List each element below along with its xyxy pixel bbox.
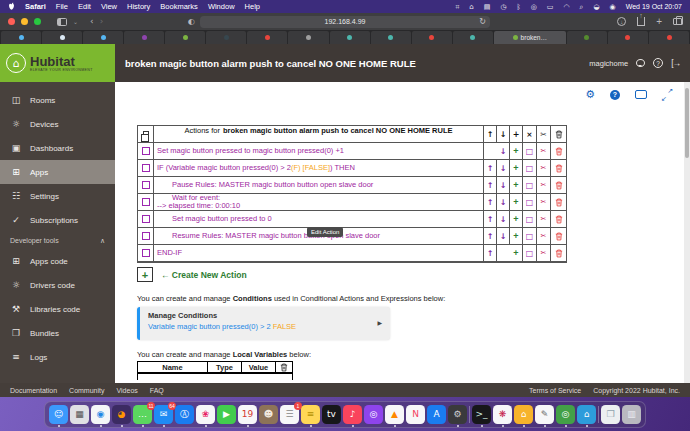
move-down-icon[interactable]: ↓ — [497, 160, 510, 176]
copy-icon[interactable] — [138, 126, 154, 142]
apple-menu-icon[interactable] — [8, 2, 15, 11]
back-button[interactable]: ‹ — [90, 17, 94, 26]
trash-column-icon[interactable] — [551, 126, 566, 142]
move-down-icon[interactable]: ↓ — [497, 194, 510, 210]
gear-icon[interactable]: ⚙ — [585, 88, 595, 101]
sidebar-item-settings[interactable]: ☷ Settings — [0, 184, 115, 208]
pinned-tab[interactable] — [453, 31, 493, 44]
help-circle-icon[interactable]: ? — [610, 90, 620, 100]
spotlight-icon[interactable]: ⌕ — [580, 3, 584, 11]
home-app-icon[interactable]: ⌂ — [514, 405, 533, 424]
create-action-plus-icon[interactable]: + — [137, 267, 153, 282]
screen-mirroring-icon[interactable]: ⌗ — [455, 3, 459, 11]
sidebar-item-apps[interactable]: ⊞ Apps — [0, 160, 115, 184]
clone-action-icon[interactable]: □ — [523, 211, 537, 227]
delete-action-icon[interactable] — [551, 177, 566, 193]
pinned-tab[interactable] — [1, 31, 41, 44]
terminal-icon[interactable]: >_ — [472, 405, 491, 424]
pinned-tab[interactable] — [83, 31, 123, 44]
bluetooth-icon[interactable]: ᛒ — [517, 3, 521, 11]
lv-trash-icon[interactable] — [276, 362, 292, 372]
apple-tv-icon[interactable]: tv — [322, 405, 341, 424]
cut-action-icon[interactable]: ✂ — [537, 194, 551, 210]
clone-action-icon[interactable]: □ — [523, 143, 537, 159]
pinned-tab[interactable] — [42, 31, 82, 44]
scrollbar-thumb[interactable] — [685, 88, 689, 158]
shortcuts-icon[interactable]: ◎ — [531, 3, 537, 11]
delete-action-icon[interactable] — [551, 228, 566, 244]
insert-action-icon[interactable]: + — [510, 194, 523, 210]
menu-safari[interactable]: Safari — [25, 2, 46, 11]
vlc-icon[interactable]: ▲ — [385, 405, 404, 424]
move-down-icon[interactable]: ↓ — [497, 177, 510, 193]
menu-window[interactable]: Window — [208, 2, 235, 11]
launchpad-icon[interactable]: ▦ — [70, 405, 89, 424]
active-tab[interactable]: broken… — [494, 31, 566, 44]
cut-action-icon[interactable]: ✂ — [537, 228, 551, 244]
move-up-icon[interactable]: ↑ — [484, 194, 497, 210]
menu-file[interactable]: File — [56, 2, 68, 11]
move-up-column-icon[interactable]: ↑ — [484, 126, 497, 142]
action-select-checkbox[interactable] — [138, 228, 154, 244]
help-icon[interactable]: ? — [653, 58, 663, 68]
delete-action-icon[interactable] — [551, 143, 566, 159]
green-disc-app-icon[interactable]: ◎ — [556, 405, 575, 424]
safari-icon[interactable]: ◉ — [91, 405, 110, 424]
privacy-shield-icon[interactable]: ◐ — [188, 17, 195, 26]
footer-link-community[interactable]: Community — [69, 387, 104, 394]
cut-action-icon[interactable]: ✂ — [537, 245, 551, 261]
calendar-icon[interactable]: 19 — [238, 405, 257, 424]
logout-icon[interactable]: [→ — [671, 58, 680, 68]
delete-action-icon[interactable] — [551, 160, 566, 176]
delete-column-icon[interactable]: × — [523, 126, 537, 142]
clone-action-icon[interactable]: □ — [523, 160, 537, 176]
photos-icon[interactable]: ❀ — [196, 405, 215, 424]
reload-icon[interactable]: ↻ — [479, 17, 486, 26]
menu-bookmarks[interactable]: Bookmarks — [160, 2, 198, 11]
move-up-icon[interactable]: ↑ — [484, 160, 497, 176]
footer-link-terms[interactable]: Terms of Service — [529, 387, 581, 394]
move-up-icon[interactable]: ↑ — [484, 177, 497, 193]
sidebar-item-devices[interactable]: ☼ Devices — [0, 112, 115, 136]
finder-icon[interactable]: ☺ — [49, 405, 68, 424]
move-down-icon[interactable]: ↓ — [497, 143, 510, 159]
siri-icon[interactable]: ◉ — [610, 3, 616, 11]
chat-icon[interactable] — [636, 59, 645, 67]
pinned-tab[interactable] — [371, 31, 411, 44]
action-text[interactable]: IF (Variable magic button pressed(0) > 2… — [154, 160, 484, 176]
trash-icon[interactable]: ▥ — [622, 405, 641, 424]
home-status-icon[interactable]: ⌂ — [469, 3, 473, 11]
move-up-icon[interactable]: ↑ — [484, 245, 497, 261]
pinned-tab[interactable] — [412, 31, 452, 44]
expand-icon[interactable]: ↗ ↙ — [662, 90, 672, 100]
share-icon[interactable] — [637, 17, 645, 26]
notes-icon[interactable]: ≡ — [301, 405, 320, 424]
cut-action-icon[interactable]: ✂ — [537, 177, 551, 193]
pinned-tab[interactable] — [649, 31, 689, 44]
textedit-icon[interactable]: ✎ — [535, 405, 554, 424]
tab-overview-icon[interactable] — [673, 18, 682, 25]
developer-tools-header[interactable]: Developer tools ∧ — [0, 232, 115, 249]
footer-link-faq[interactable]: FAQ — [150, 387, 164, 394]
clone-action-icon[interactable]: □ — [523, 194, 537, 210]
menubar-clock[interactable]: Wed 19 Oct 20:07 — [626, 3, 682, 10]
forward-button[interactable]: › — [100, 17, 104, 26]
footer-copyright[interactable]: Copyright 2022 Hubitat, Inc. — [593, 387, 680, 394]
new-tab-icon[interactable]: + — [656, 16, 662, 27]
insert-action-icon[interactable]: + — [510, 228, 523, 244]
sidebar-item-subscriptions[interactable]: ✓ Subscriptions — [0, 208, 115, 232]
sidebar-toggle-icon[interactable] — [57, 18, 67, 26]
news-icon[interactable]: N — [406, 405, 425, 424]
action-select-checkbox[interactable] — [138, 143, 154, 159]
insert-action-icon[interactable]: + — [510, 143, 523, 159]
downloads-icon[interactable]: ↓ — [617, 17, 626, 26]
sidebar-item-apps-code[interactable]: ⊞ Apps code — [0, 249, 115, 273]
move-down-icon[interactable]: ↓ — [497, 228, 510, 244]
clone-action-icon[interactable]: □ — [523, 245, 537, 261]
create-new-action-button[interactable]: ← Create New Action — [161, 270, 247, 280]
move-down-icon[interactable]: ↓ — [497, 211, 510, 227]
move-up-icon[interactable]: ↑ — [484, 211, 497, 227]
manage-conditions-card[interactable]: Manage Conditions Variable magic button … — [137, 307, 390, 340]
cut-column-icon[interactable]: ✂ — [537, 126, 551, 142]
sidebar-item-libraries-code[interactable]: ⚒ Libraries code — [0, 297, 115, 321]
